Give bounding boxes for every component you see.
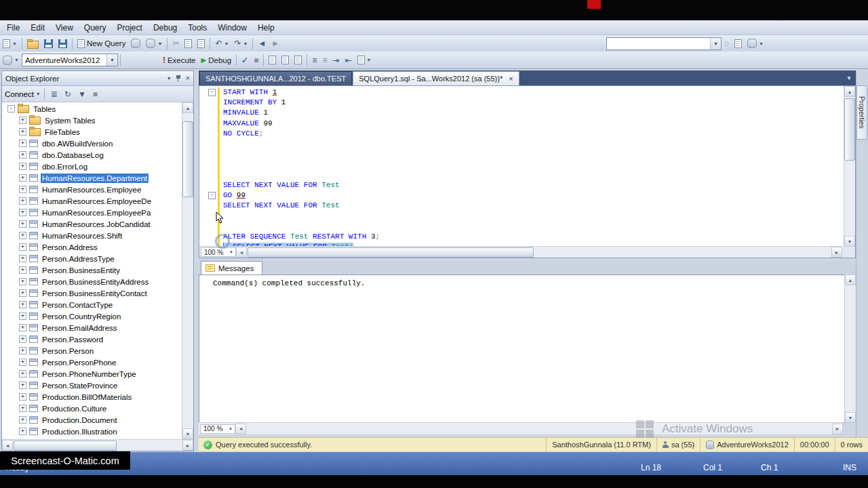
scroll-down-icon[interactable]: ▼ (844, 236, 855, 247)
messages-zoom-control[interactable]: 100 %▼ (200, 424, 235, 434)
messages-vertical-scrollbar[interactable]: ▲ ▼ (844, 274, 856, 423)
code-collapse-icon[interactable]: - (208, 192, 216, 199)
tab-overflow-icon[interactable]: ▼ (846, 75, 852, 81)
editor-horizontal-scrollbar[interactable]: ◄ ► (236, 247, 842, 258)
tree-item-person-personphone[interactable]: +Person.PersonPhone (2, 357, 182, 368)
code-collapse-icon[interactable]: - (208, 89, 216, 96)
object-explorer-titlebar[interactable]: Object Explorer ▼ × (2, 71, 193, 86)
menu-debug[interactable]: Debug (148, 21, 182, 35)
tree-item-person-businessentity[interactable]: +Person.BusinessEntity (2, 264, 182, 276)
code-line-15[interactable]: ALTER SEQUENCE Test RESTART WITH 3; (223, 232, 380, 242)
refresh-button[interactable]: ↻ (62, 87, 73, 101)
available-databases-combo[interactable]: AdventureWorks2012▼ (22, 54, 118, 66)
tree-item-humanresources-shift[interactable]: +HumanResources.Shift (2, 230, 182, 241)
pin-icon[interactable] (176, 75, 182, 82)
tree-item-tables[interactable]: -Tables (2, 103, 182, 115)
editor-zoom-control[interactable]: 100 %▼ (201, 247, 236, 257)
stop-process-button[interactable]: ■ (91, 87, 100, 101)
expand-icon[interactable]: + (19, 174, 26, 182)
open-file-button[interactable] (25, 37, 41, 50)
tree-item-person-addresstype[interactable]: +Person.AddressType (2, 253, 182, 264)
tree-item-production-location[interactable]: +Production.Location (2, 437, 182, 439)
menu-tools[interactable]: Tools (182, 21, 212, 35)
find-combo[interactable]: ▼ (606, 37, 722, 50)
connect-dropdown-button[interactable]: ▼ (1, 54, 21, 67)
scroll-left-icon[interactable]: ◄ (235, 424, 246, 434)
properties-collapsed-tab[interactable]: Properties (856, 85, 867, 140)
expand-icon[interactable]: + (19, 347, 26, 354)
expand-icon[interactable]: + (19, 163, 26, 170)
expand-icon[interactable]: + (19, 382, 26, 389)
scroll-left-icon[interactable]: ◄ (236, 247, 247, 258)
expand-icon[interactable]: + (19, 151, 26, 159)
tree-item-filetables[interactable]: +FileTables (2, 126, 182, 138)
navigate-forward-button[interactable]: ► (269, 37, 281, 50)
code-line-10[interactable]: SELECT NEXT VALUE FOR Test (223, 180, 340, 190)
expand-levels-button[interactable]: ≣ (49, 87, 60, 101)
find-button[interactable]: ◌ (722, 37, 731, 50)
connect-button[interactable]: Connect▼ (5, 90, 41, 98)
code-line-3[interactable]: MINVALUE 1 (223, 108, 268, 118)
tree-item-person-contacttype[interactable]: +Person.ContactType (2, 299, 182, 310)
results-to-file-button[interactable] (292, 54, 304, 67)
expand-icon[interactable]: + (19, 312, 26, 320)
tree-item-production-illustration[interactable]: +Production.Illustration (2, 426, 182, 437)
scroll-right-icon[interactable]: ► (832, 424, 843, 434)
code-line-1[interactable]: START WITH 1 (223, 87, 277, 98)
expand-icon[interactable]: + (19, 243, 26, 251)
expand-icon[interactable]: + (19, 266, 26, 274)
code-area[interactable]: -START WITH 1INCREMENT BY 1MINVALUE 1MAX… (199, 86, 842, 247)
tree-item-dbo-errorlog[interactable]: +dbo.ErrorLog (2, 161, 182, 172)
menu-view[interactable]: View (50, 21, 79, 35)
tree-item-person-emailaddress[interactable]: +Person.EmailAddress (2, 322, 182, 333)
menu-edit[interactable]: Edit (25, 21, 50, 35)
expand-icon[interactable]: + (19, 220, 26, 228)
code-line-5[interactable]: NO CYCLE; (223, 129, 263, 139)
tab-close-icon[interactable]: × (509, 75, 513, 83)
sql-editor[interactable]: -START WITH 1INCREMENT BY 1MINVALUE 1MAX… (199, 85, 856, 258)
results-to-grid-button[interactable] (279, 54, 291, 67)
expand-icon[interactable]: + (19, 416, 26, 424)
expand-icon[interactable]: + (19, 428, 26, 435)
tree-item-dbo-awbuildversion[interactable]: +dbo.AWBuildVersion (2, 138, 182, 149)
database-engine-query-button[interactable] (129, 37, 142, 50)
tree-item-person-businessentityaddress[interactable]: +Person.BusinessEntityAddress (2, 276, 182, 287)
expand-icon[interactable]: + (19, 117, 26, 124)
collapse-icon[interactable]: - (7, 105, 15, 113)
tab-messages[interactable]: Messages (201, 261, 262, 274)
expand-icon[interactable]: + (19, 197, 26, 205)
new-query-button[interactable]: New Query (75, 37, 128, 50)
menu-help[interactable]: Help (252, 21, 280, 35)
filter-button[interactable]: ▼ (76, 87, 88, 101)
scroll-thumb[interactable] (14, 441, 117, 451)
code-line-2[interactable]: INCREMENT BY 1 (223, 98, 285, 108)
expand-icon[interactable]: + (19, 140, 26, 147)
redo-button[interactable]: ↷▼ (232, 37, 250, 50)
tree-item-humanresources-employee[interactable]: +HumanResources.Employee (2, 184, 182, 195)
expand-icon[interactable]: + (19, 301, 26, 308)
scroll-right-icon[interactable]: ► (182, 440, 193, 451)
expand-icon[interactable]: + (19, 128, 26, 136)
tree-item-production-document[interactable]: +Production.Document (2, 414, 182, 426)
editor-vertical-scrollbar[interactable]: ▲ ▼ (844, 86, 855, 247)
tree-vertical-scrollbar[interactable]: ▲ ▼ (182, 102, 193, 439)
expand-icon[interactable]: + (19, 393, 26, 401)
scroll-right-icon[interactable]: ► (831, 247, 842, 258)
outdent-button[interactable]: ⇤ (343, 54, 354, 67)
expand-icon[interactable]: + (19, 370, 26, 378)
analysis-query-button[interactable]: ▼ (144, 37, 164, 50)
code-line-4[interactable]: MAXVALUE 99 (223, 119, 273, 129)
scroll-up-icon[interactable]: ▲ (182, 102, 193, 113)
indent-button[interactable]: ⇥ (330, 54, 341, 67)
tree-item-humanresources-employeepa[interactable]: +HumanResources.EmployeePa (2, 207, 182, 218)
window-position-icon[interactable]: ▼ (167, 76, 172, 81)
expand-icon[interactable]: + (19, 278, 26, 285)
tree-item-humanresources-employeede[interactable]: +HumanResources.EmployeeDe (2, 195, 182, 207)
specify-template-button[interactable]: ▼ (355, 54, 374, 67)
expand-icon[interactable]: + (19, 209, 26, 216)
scroll-thumb[interactable] (844, 98, 855, 161)
cancel-query-button[interactable]: ■ (252, 54, 260, 67)
debug-button[interactable]: ▶Debug (199, 54, 234, 67)
tree-horizontal-scrollbar[interactable]: ◄ ► (2, 439, 193, 451)
expand-icon[interactable]: + (19, 232, 26, 239)
